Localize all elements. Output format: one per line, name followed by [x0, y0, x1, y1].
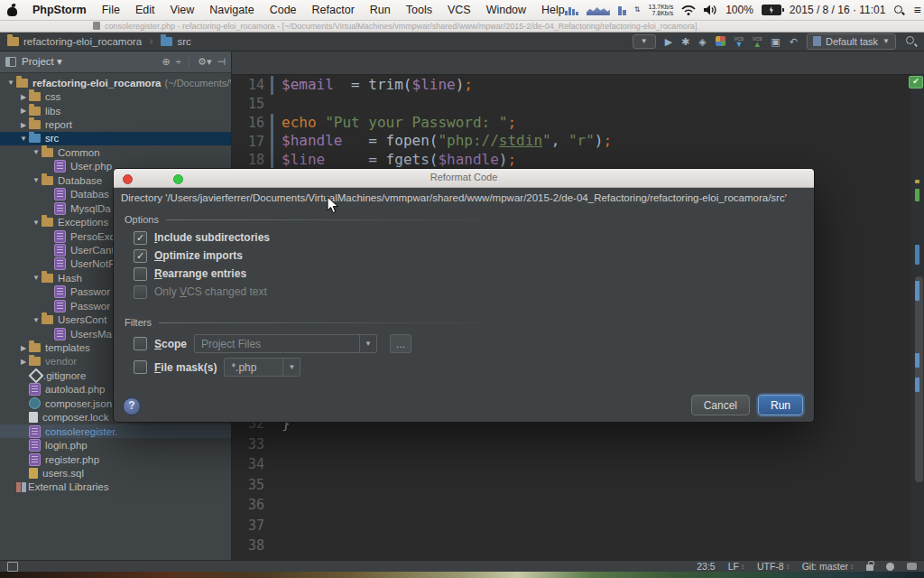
checkbox[interactable] [134, 267, 147, 281]
menu-run[interactable]: Run [370, 4, 391, 16]
tree-expand-arrow[interactable]: ▶ [18, 358, 29, 366]
line-number[interactable]: 37 [232, 517, 271, 534]
status-git-master[interactable]: Git: master↕ [802, 561, 854, 572]
menu-tools[interactable]: Tools [406, 4, 432, 16]
menu-view[interactable]: View [170, 4, 194, 16]
option-rearrange-entries[interactable]: Rearrange entries [134, 265, 270, 283]
project-panel-title[interactable]: Project ▾ [22, 55, 62, 68]
breadcrumb-item[interactable]: src [177, 36, 190, 47]
tree-item-refactoring-eloi-rocamora[interactable]: ▼refactoring-eloi_rocamora(~/Documents/V… [0, 76, 231, 89]
tree-item-external-libraries[interactable]: External Libraries [0, 480, 231, 494]
tree-item-common[interactable]: ▼Common [0, 145, 231, 159]
vcs-commit-icon[interactable]: VCS▲ [753, 36, 762, 47]
tree-expand-arrow[interactable]: ▼ [31, 316, 42, 324]
line-number[interactable]: 38 [232, 537, 271, 554]
code-line-18[interactable]: 18$line = fgets($handle); [232, 151, 911, 170]
tree-expand-arrow[interactable]: ▼ [31, 274, 42, 282]
tree-item-src[interactable]: ▼src [0, 132, 231, 145]
scope-combobox[interactable]: Project Files ▼ [194, 334, 377, 353]
vcs-update-icon[interactable]: VCS▼ [735, 36, 744, 47]
cancel-button[interactable]: Cancel [691, 395, 750, 415]
chevron-down-icon[interactable]: ▼ [359, 335, 376, 352]
checkbox[interactable]: ✓ [134, 249, 147, 263]
inspection-status-icon[interactable]: ✔ [909, 76, 923, 89]
line-number[interactable]: 15 [232, 96, 271, 112]
stripe-mark-change[interactable] [915, 245, 919, 265]
caret-position[interactable]: 23:5 [697, 561, 715, 572]
help-button[interactable]: ? [123, 397, 141, 415]
option-include-subdirectories[interactable]: ✓Include subdirectories [134, 228, 270, 247]
stripe-mark-ok[interactable] [915, 189, 919, 201]
search-everywhere-icon[interactable] [905, 35, 917, 47]
error-stripe[interactable] [911, 74, 924, 560]
changes-icon[interactable]: ▣ [771, 35, 780, 48]
rollback-icon[interactable]: ↶ [790, 35, 798, 48]
tree-item-users-sql[interactable]: users.sql [0, 466, 231, 480]
menu-code[interactable]: Code [270, 4, 297, 16]
scope-checkbox[interactable] [134, 337, 147, 350]
tree-item-login-php[interactable]: login.php [0, 438, 231, 452]
run-configuration-selector[interactable]: Default task ▼ [807, 33, 896, 50]
tree-expand-arrow[interactable]: ▶ [18, 107, 29, 115]
code-line-16[interactable]: 16echo "Put your Password: "; [232, 114, 911, 133]
tree-expand-arrow[interactable]: ▼ [31, 148, 42, 156]
coverage-icon[interactable]: ◈ [698, 35, 706, 48]
lock-icon[interactable] [866, 564, 873, 571]
breadcrumb-item[interactable]: refactoring-eloi_rocamora [23, 36, 142, 47]
event-log-icon[interactable] [907, 563, 917, 570]
tree-item-register-php[interactable]: register.php [0, 452, 231, 466]
activity-graph-icon[interactable] [587, 5, 610, 15]
line-number[interactable]: 35 [232, 477, 271, 493]
line-number[interactable]: 34 [232, 456, 271, 472]
code-line-38[interactable]: 38 [232, 536, 911, 556]
scroll-to-source-icon[interactable]: ⊕ [162, 56, 171, 67]
tree-expand-arrow[interactable]: ▼ [31, 219, 42, 227]
hide-panel-icon[interactable]: ⊣ [217, 56, 226, 67]
code-line-33[interactable]: 33 [232, 434, 911, 455]
run-button[interactable]: Run [758, 395, 803, 415]
menu-navigate[interactable]: Navigate [209, 4, 254, 16]
spotlight-icon[interactable] [893, 5, 905, 16]
line-number[interactable]: 36 [232, 497, 271, 513]
run-button-icon[interactable]: ▶ [665, 35, 672, 48]
line-number[interactable]: 16 [232, 115, 271, 131]
tree-item-consoleregister-[interactable]: consoleregister. [0, 424, 231, 438]
network-speed[interactable]: 13.7Kb/s 7.8Kb/s [649, 4, 674, 17]
status-lf[interactable]: LF↕ [728, 561, 744, 572]
line-number[interactable]: 33 [232, 436, 271, 452]
apps-grid-icon[interactable] [716, 36, 725, 46]
code-line-36[interactable]: 36 [232, 495, 911, 516]
battery-icon[interactable] [762, 5, 781, 15]
inspections-profile-icon[interactable] [886, 563, 894, 571]
stripe-mark-warning[interactable] [915, 180, 919, 183]
menu-help[interactable]: Help [541, 4, 565, 16]
chevron-down-icon[interactable]: ▼ [282, 359, 300, 376]
history-dropdown[interactable]: ▼ [633, 34, 656, 49]
checkbox[interactable] [134, 285, 147, 299]
tree-item-libs[interactable]: ▶libs [0, 104, 231, 117]
checkbox[interactable]: ✓ [134, 231, 147, 245]
option-only-vcs-changed-text[interactable]: Only VCS changed text [134, 283, 270, 301]
browse-scope-button[interactable]: … [390, 334, 411, 353]
tree-expand-arrow[interactable]: ▶ [18, 93, 29, 101]
option-optimize-imports[interactable]: ✓Optimize imports [134, 247, 270, 265]
dialog-titlebar[interactable]: Reformat Code [114, 169, 814, 188]
tool-window-toggle-icon[interactable] [7, 562, 18, 572]
gear-icon[interactable]: ⚙▾ [198, 56, 211, 67]
status-utf-8[interactable]: UTF-8↕ [757, 561, 790, 572]
tree-expand-arrow[interactable]: ▶ [18, 121, 29, 129]
code-line-34[interactable]: 34 [232, 454, 911, 475]
tree-expand-arrow[interactable]: ▼ [18, 135, 29, 143]
code-line-14[interactable]: 14$email = trim($line); [232, 76, 911, 95]
apple-menu-icon[interactable] [7, 5, 17, 16]
settings-icon[interactable]: ✱ [681, 35, 689, 48]
tree-expand-arrow[interactable]: ▼ [5, 79, 16, 87]
volume-icon[interactable] [704, 5, 717, 15]
menu-file[interactable]: File [102, 4, 120, 16]
file-mask-checkbox[interactable] [134, 360, 147, 374]
disk-activity-icon[interactable]: ⇅ [634, 6, 641, 14]
menubar-clock[interactable]: 2015 / 8 / 16 · 11:01 [790, 4, 886, 16]
memory-meter-icon[interactable] [618, 5, 626, 15]
collapse-all-icon[interactable]: ÷ [176, 56, 181, 67]
menu-edit[interactable]: Edit [135, 4, 155, 16]
